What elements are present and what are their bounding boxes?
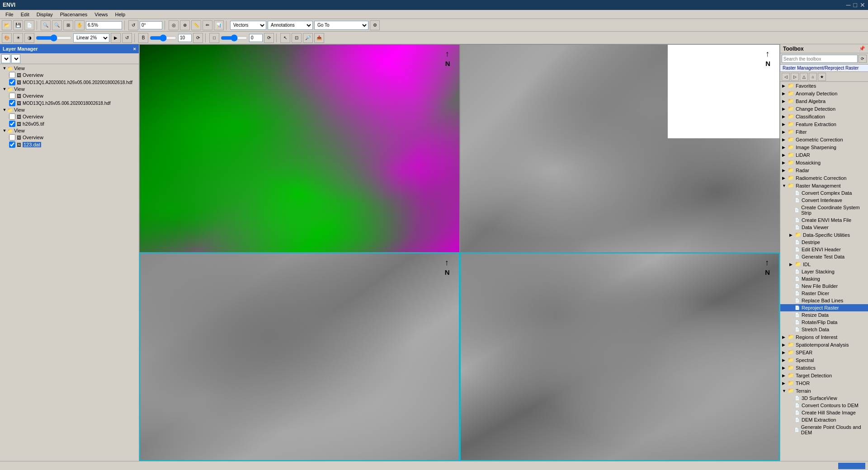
zoom-out-button[interactable]: 🔍 [52, 20, 62, 30]
toolbox-folder-item[interactable]: ▶ 📁 Mosaicking [780, 159, 868, 166]
toolbox-leaf-item[interactable]: 📄 Create Coordinate System Strip [780, 204, 868, 216]
check-overview-1[interactable] [9, 72, 15, 78]
tb-forward-btn[interactable]: ▷ [791, 73, 799, 81]
toolbox-pin-icon[interactable]: 📌 [859, 46, 865, 52]
tb-expand-icon[interactable]: ▶ [782, 350, 788, 355]
toolbox-leaf-item[interactable]: 📄 Create Hill Shade Image [780, 409, 868, 416]
zoom-value-input[interactable] [86, 21, 122, 29]
toolbox-leaf-item[interactable]: 📄 Replace Bad Lines [780, 297, 868, 304]
map-cell-top-left[interactable]: ↑N [139, 44, 460, 253]
toolbox-folder-item[interactable]: ▼ 📁 Raster Management [780, 182, 868, 189]
tb-expand-icon[interactable]: ▶ [789, 233, 795, 237]
tb-expand-icon[interactable]: ▶ [782, 343, 788, 347]
roi-value-input[interactable] [249, 34, 263, 42]
search-refresh-icon[interactable]: ⟳ [859, 55, 867, 63]
map-cell-bottom-left[interactable]: ↑N [139, 253, 460, 461]
check-file-1[interactable] [9, 79, 15, 85]
toolbox-folder-item[interactable]: ▶ 📁 IDL [780, 260, 868, 268]
toolbox-leaf-item[interactable]: 📄 Reproject Raster [780, 304, 868, 311]
toolbox-leaf-item[interactable]: 📄 Rotate/Flip Data [780, 319, 868, 326]
apply-btn[interactable]: ▶ [111, 33, 121, 43]
tb-expand-icon[interactable]: ▶ [782, 84, 788, 88]
tree-file-1[interactable]: 🖼 MOD13Q1.A2020001.h26v05.006.2020018002… [0, 79, 139, 86]
roi-btn[interactable]: □ [209, 33, 219, 43]
band-btn[interactable]: B [138, 33, 148, 43]
toolbox-leaf-item[interactable]: 📄 Layer Stacking [780, 268, 868, 275]
select-btn[interactable]: ⊡ [292, 33, 302, 43]
check-file-2[interactable] [9, 100, 15, 106]
toolbox-folder-item[interactable]: ▶ 📁 Anomaly Detection [780, 89, 868, 97]
toolbox-folder-item[interactable]: ▶ 📁 Regions of Interest [780, 333, 868, 341]
nav-button[interactable]: ◎ [169, 20, 179, 30]
tb-up-btn[interactable]: △ [800, 73, 808, 81]
tb-expand-icon[interactable]: ▶ [782, 153, 788, 157]
refresh-btn[interactable]: ⟳ [193, 33, 203, 43]
tree-view-1[interactable]: ▼ 📁 View [0, 65, 139, 71]
menu-views[interactable]: Views [91, 12, 111, 17]
stretch-dropdown[interactable]: Linear 2% Linear Histogram Equalization [73, 33, 109, 42]
tree-view-3[interactable]: ▼ 📁 View [0, 107, 139, 113]
tb-expand-icon[interactable]: ▶ [782, 91, 788, 96]
roi-refresh-btn[interactable]: ⟳ [264, 33, 274, 43]
tree-overview-1[interactable]: 🖼 Overview [0, 71, 139, 79]
map-cell-bottom-right[interactable]: ↑N [460, 253, 780, 461]
toolbox-folder-item[interactable]: ▶ 📁 SPEAR [780, 348, 868, 356]
tree-file-2[interactable]: 🖼 MOD13Q1.h26v05.006.2020018002618.hdf [0, 99, 139, 107]
contrast-btn[interactable]: ◑ [24, 33, 34, 43]
toolbox-folder-item[interactable]: ▼ 📁 Terrain [780, 387, 868, 395]
toolbox-leaf-item[interactable]: 📄 Data Viewer [780, 224, 868, 231]
goto-dropdown[interactable]: Go To [314, 21, 368, 30]
tb-expand-icon[interactable]: ▶ [782, 145, 788, 150]
toolbox-folder-item[interactable]: ▶ 📁 Statistics [780, 364, 868, 371]
crosshair-button[interactable]: ⊕ [180, 20, 190, 30]
tb-star-btn[interactable]: ★ [818, 73, 826, 81]
search-toolbox-input[interactable] [782, 55, 858, 63]
toolbox-folder-item[interactable]: ▶ 📁 Favorites [780, 82, 868, 89]
pan-button[interactable]: ✋ [75, 20, 85, 30]
tree-overview-4[interactable]: 🖼 Overview [0, 134, 139, 141]
tb-expand-icon[interactable]: ▶ [782, 381, 788, 385]
tree-overview-3[interactable]: 🖼 Overview [0, 113, 139, 120]
tb-expand-icon[interactable]: ▶ [782, 168, 788, 173]
toolbox-folder-item[interactable]: ▶ 📁 Classification [780, 113, 868, 120]
vectors-dropdown[interactable]: Vectors [230, 21, 266, 30]
tb-expand-icon[interactable]: ▶ [782, 107, 788, 111]
tb-expand-icon[interactable]: ▶ [789, 262, 795, 267]
tb-expand-icon[interactable]: ▶ [782, 114, 788, 119]
minimize-button[interactable]: ─ [846, 1, 851, 9]
toolbox-folder-item[interactable]: ▶ 📁 Target Detection [780, 371, 868, 379]
menu-edit[interactable]: Edit [17, 12, 33, 17]
tb-expand-icon[interactable]: ▶ [782, 358, 788, 362]
toolbox-leaf-item[interactable]: 📄 New File Builder [780, 282, 868, 290]
window-controls[interactable]: ─ □ ✕ [846, 1, 865, 9]
toolbox-folder-item[interactable]: ▶ 📁 Data-Specific Utilities [780, 231, 868, 239]
tb-back-btn[interactable]: ◁ [782, 73, 790, 81]
export-btn[interactable]: 📤 [314, 33, 324, 43]
toolbox-folder-item[interactable]: ▶ 📁 Radiometric Correction [780, 174, 868, 182]
toolbox-leaf-item[interactable]: 📄 Stretch Data [780, 326, 868, 333]
measure-button[interactable]: 📏 [191, 20, 201, 30]
tb-expand-icon[interactable]: ▶ [782, 137, 788, 142]
lm-mode-select[interactable] [11, 54, 20, 63]
toolbox-folder-item[interactable]: ▶ 📁 LiDAR [780, 151, 868, 159]
map-cell-top-right[interactable]: ↑N [460, 44, 780, 253]
tb-expand-icon[interactable]: ▼ [782, 183, 788, 188]
save-button[interactable]: 💾 [13, 20, 23, 30]
menu-display[interactable]: Display [33, 12, 57, 17]
toolbox-leaf-item[interactable]: 📄 Convert Complex Data [780, 189, 868, 197]
annotate-button[interactable]: ✏ [203, 20, 212, 30]
profile-button[interactable]: 📊 [214, 20, 224, 30]
menu-placenames[interactable]: Placenames [57, 12, 91, 17]
toolbox-leaf-item[interactable]: 📄 Generate Test Data [780, 253, 868, 260]
fit-button[interactable]: ⊞ [63, 20, 73, 30]
band-value-input[interactable] [178, 34, 192, 42]
toolbox-folder-item[interactable]: ▶ 📁 Change Detection [780, 105, 868, 113]
toolbox-folder-item[interactable]: ▶ 📁 Filter [780, 128, 868, 136]
toolbox-leaf-item[interactable]: 📄 3D SurfaceView [780, 395, 868, 402]
toolbox-leaf-item[interactable]: 📄 Convert Interleave [780, 197, 868, 204]
zoom-in-button[interactable]: 🔍 [41, 20, 51, 30]
expand-icon-3[interactable]: ▼ [2, 108, 7, 112]
open-button[interactable]: 📂 [2, 20, 12, 30]
maximize-button[interactable]: □ [854, 1, 857, 9]
toolbox-leaf-item[interactable]: 📄 Destripe [780, 239, 868, 246]
